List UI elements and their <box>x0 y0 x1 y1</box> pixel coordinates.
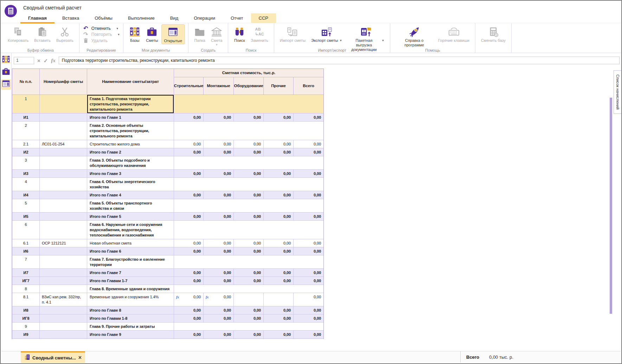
cell-values-empty[interactable] <box>174 323 323 330</box>
cell-row-number[interactable]: И6 <box>12 247 40 255</box>
cell-value[interactable]: fx0,00 <box>174 293 204 306</box>
cell-value[interactable]: 0,00 <box>174 113 204 121</box>
cell-estimate-code[interactable] <box>40 221 87 239</box>
cell-name[interactable]: Временные здания и сооружения 1.4% <box>87 293 174 306</box>
replace-button[interactable]: AB↳ACЗаменить <box>248 24 270 44</box>
cell-value[interactable]: 0,00 <box>294 247 323 255</box>
cell-value[interactable]: 0,00 <box>204 140 234 148</box>
cell-value[interactable]: 0,00 <box>234 213 264 220</box>
cell-estimate-code[interactable] <box>40 247 87 255</box>
bases-button[interactable]: Базы <box>127 24 143 44</box>
cell-value[interactable]: 0,00 <box>174 339 204 339</box>
document-tab[interactable]: Сводный сметны... × <box>21 351 85 363</box>
cut-button[interactable]: Вырезать <box>54 24 76 44</box>
cell-value[interactable]: 0,00 <box>264 339 294 339</box>
cell-value[interactable]: 0,00 <box>204 191 234 199</box>
cell-row-number[interactable]: 7 <box>12 255 40 268</box>
cell-estimate-code[interactable] <box>40 255 87 268</box>
cell-row-number[interactable]: 9 <box>12 323 40 330</box>
vertical-scrollbar[interactable] <box>609 68 613 339</box>
redo-button[interactable]: ↷Повторить▼ <box>83 32 120 37</box>
cell-estimate-code[interactable] <box>40 170 87 177</box>
cell-value[interactable]: 0,00 <box>204 331 234 338</box>
cell-name[interactable]: Итого по Главе 3 <box>87 170 174 177</box>
cell-name[interactable]: Глава 2. Основные объекты строительства,… <box>87 122 174 140</box>
cell-name[interactable]: Глава 9. Прочие работы и затраты <box>87 323 174 330</box>
cell-values-empty[interactable] <box>174 122 323 140</box>
cell-estimate-code[interactable] <box>40 113 87 121</box>
cell-name[interactable]: Итого по Главам 1-9 <box>87 339 174 339</box>
cell-value[interactable]: 0,00 <box>264 314 294 322</box>
cell-value[interactable]: 0,00 <box>204 213 234 220</box>
cell-row-number[interactable]: 8 <box>12 285 40 293</box>
cell-name[interactable]: Глава 7. Благоустройство и озеленение те… <box>87 255 174 268</box>
cell-value[interactable]: 0,00 <box>294 113 323 121</box>
cell-row-number[interactable]: 2.1 <box>12 140 40 148</box>
briefcase-button[interactable]: Сметы <box>143 24 160 44</box>
cell-estimate-code[interactable]: ВЗиС кап.рем. 332/пр, п. 4.1 <box>40 293 87 306</box>
cell-name[interactable]: Итого по Главе 5 <box>87 213 174 220</box>
cell-value[interactable]: 0,00 <box>234 314 264 322</box>
fx-formula-icon[interactable]: fx <box>51 58 56 63</box>
cell-name[interactable]: Строительство жилого дома <box>87 140 174 148</box>
cell-value[interactable]: 0,00 <box>264 247 294 255</box>
cell-values-empty[interactable] <box>174 178 323 191</box>
cell-values-empty[interactable] <box>174 156 323 169</box>
cell-value[interactable]: fx0,00 <box>204 293 234 306</box>
cell-estimate-code[interactable] <box>40 306 87 314</box>
cell-estimate-code[interactable] <box>40 213 87 220</box>
folder-button[interactable]: Папка <box>192 24 208 44</box>
cell-value[interactable]: 0,00 <box>294 140 323 148</box>
cell-row-number[interactable]: 1 <box>12 95 40 113</box>
paste-button[interactable]: Вставить <box>32 24 53 44</box>
cell-value[interactable]: 0,00 <box>264 331 294 338</box>
cell-value[interactable]: 0,00 <box>264 191 294 199</box>
cell-value[interactable]: 0,00 <box>264 213 294 220</box>
cell-estimate-code[interactable] <box>40 122 87 140</box>
formula-input[interactable]: Подготовка территории строительства, рек… <box>59 57 620 64</box>
cell-estimate-code[interactable] <box>40 178 87 191</box>
cell-row-number[interactable]: ИГ7 <box>12 277 40 285</box>
cell-value[interactable]: 0,00 <box>294 293 323 306</box>
cell-value[interactable]: 0,00 <box>234 140 264 148</box>
cell-row-number[interactable]: И9 <box>12 331 40 338</box>
trash-button[interactable]: Удалить <box>83 38 108 43</box>
cell-value[interactable]: 0,00 <box>204 148 234 156</box>
cell-name[interactable]: Итого по Главе 9 <box>87 331 174 338</box>
ribbon-tab[interactable]: ССР <box>251 13 276 23</box>
cell-value[interactable]: 0,00 <box>234 170 264 177</box>
ribbon-tab[interactable]: Вид <box>162 13 186 23</box>
rocket-button[interactable]: Справка о программе <box>393 24 435 48</box>
cell-value[interactable]: 0,00 <box>294 191 323 199</box>
cell-values-empty[interactable] <box>174 221 323 239</box>
cell-name[interactable]: Глава 3. Объекты подсобного и обслуживаю… <box>87 156 174 169</box>
cell-name[interactable]: Итого по Главе 1 <box>87 113 174 121</box>
cell-row-number[interactable]: И7 <box>12 269 40 277</box>
cell-value[interactable]: 0,00 <box>234 191 264 199</box>
cell-name[interactable]: Глава 8. Временные здания и сооружения <box>87 285 174 293</box>
cell-row-number[interactable]: ИГ9 <box>12 339 40 339</box>
chevron-down-icon[interactable]: ▼ <box>215 43 218 46</box>
cell-name[interactable]: Новая объектная смета <box>87 239 174 247</box>
rail-briefcase-button[interactable] <box>1 67 11 78</box>
cell-row-number[interactable]: 4 <box>12 178 40 191</box>
cell-value[interactable]: 0,00 <box>234 339 264 339</box>
cell-value[interactable]: 0,00 <box>174 239 204 247</box>
cell-value[interactable]: 0,00 <box>174 277 204 285</box>
cell-value[interactable]: 0,00 <box>294 239 323 247</box>
export-button[interactable]: Экспорт сметы▼ <box>309 24 345 44</box>
cell-value[interactable]: 0,00 <box>174 269 204 277</box>
cell-value[interactable]: 0,00 <box>234 277 264 285</box>
cell-estimate-code[interactable] <box>40 199 87 212</box>
cell-row-number[interactable]: И8 <box>12 306 40 314</box>
cell-value[interactable] <box>264 293 294 306</box>
cell-name[interactable]: Глава 1. Подготовка территории строитель… <box>87 95 174 113</box>
cell-value[interactable]: 0,00 <box>204 269 234 277</box>
cell-estimate-code[interactable]: ЛС01-01-254 <box>40 140 87 148</box>
cell-values-empty[interactable] <box>174 95 323 113</box>
chevron-down-icon[interactable]: ▼ <box>339 39 342 43</box>
app-logo-icon[interactable] <box>4 5 17 18</box>
cell-value[interactable]: 0,00 <box>174 314 204 322</box>
cell-value[interactable]: 0,00 <box>294 331 323 338</box>
cell-row-number[interactable]: И4 <box>12 191 40 199</box>
